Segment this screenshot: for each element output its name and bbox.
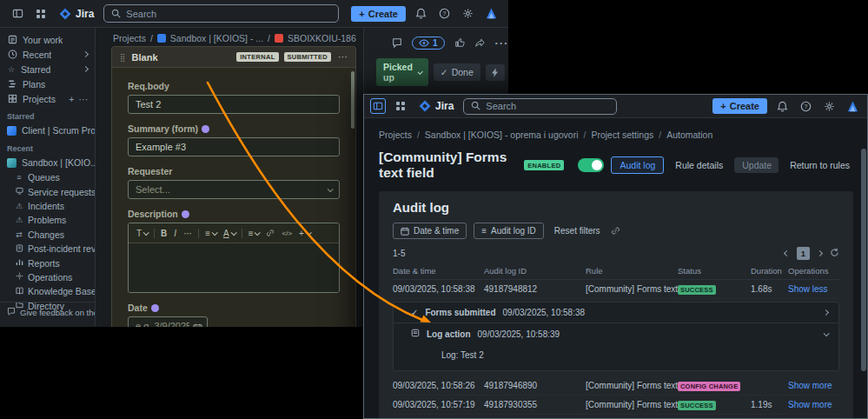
- sidebar-item-projects[interactable]: Projects + ⋯: [0, 91, 95, 106]
- give-feedback-button[interactable]: Give feedback on the ne...: [0, 302, 95, 322]
- breadcrumb: Projects/ Sandbox | [KOIOS] - oprema i u…: [364, 118, 867, 140]
- settings-gear-icon[interactable]: [820, 97, 838, 115]
- more-actions-icon[interactable]: ⋯: [494, 35, 508, 51]
- italic-button[interactable]: I: [171, 228, 179, 239]
- app-switcher-icon[interactable]: [32, 5, 50, 23]
- sidebar-item-queues[interactable]: ≡Queues: [0, 170, 95, 184]
- form-more-icon[interactable]: ⋯: [338, 51, 348, 63]
- done-button[interactable]: ✓ Done: [434, 63, 480, 81]
- watchers-button[interactable]: 1: [412, 37, 445, 50]
- audit-log-id-filter-button[interactable]: ≡ Audit log ID: [474, 223, 544, 239]
- prev-page-icon[interactable]: [784, 250, 790, 256]
- rule-enabled-toggle[interactable]: [578, 158, 604, 172]
- code-button[interactable]: </>: [279, 229, 295, 238]
- current-page[interactable]: 1: [797, 247, 810, 260]
- app-switcher-icon[interactable]: [392, 97, 409, 115]
- chevron-down-icon[interactable]: [824, 330, 830, 336]
- align-button[interactable]: ≡: [202, 228, 219, 239]
- next-page-icon[interactable]: [817, 250, 823, 256]
- sidebar-item-post-incident-reviews[interactable]: Post-incident reviews: [0, 242, 95, 256]
- audit-log-tab-button[interactable]: Audit log: [611, 156, 664, 174]
- breadcrumb-projects[interactable]: Projects: [113, 33, 146, 43]
- sidebar-item-starred[interactable]: ☆ Starred: [0, 62, 95, 76]
- add-project-icon[interactable]: +: [69, 94, 74, 104]
- issue-actions-icons: 1 ⋯: [376, 35, 500, 51]
- more-formatting-button[interactable]: ⋯: [181, 228, 195, 239]
- thumbs-up-icon[interactable]: [454, 36, 465, 51]
- jira-logo[interactable]: Jira: [419, 100, 454, 112]
- main-search[interactable]: [463, 98, 617, 115]
- sidebar-item-your-work[interactable]: Your work: [0, 32, 95, 47]
- jira-logo[interactable]: Jira: [59, 8, 94, 20]
- trigger-event-row[interactable]: ✓ Forms submitted 09/03/2025, 10:58:38: [394, 303, 838, 323]
- req-body-input[interactable]: [128, 95, 340, 114]
- breadcrumb-project[interactable]: Sandbox | [KOIOS] - oprema i ugovori: [425, 130, 579, 140]
- search-input[interactable]: [126, 9, 331, 19]
- return-to-rules-button[interactable]: Return to rules: [785, 157, 854, 173]
- audit-log-title: Audit log: [393, 200, 839, 215]
- link-button[interactable]: [263, 228, 277, 238]
- window-scrollbar[interactable]: [861, 149, 866, 371]
- jira-logo-text: Jira: [76, 8, 94, 20]
- sidebar-item-plans[interactable]: Plans: [0, 76, 95, 91]
- help-icon[interactable]: ?: [435, 5, 453, 23]
- profile-avatar[interactable]: [844, 97, 861, 115]
- calendar-icon[interactable]: [193, 321, 202, 327]
- sidebar-toggle-icon[interactable]: [370, 98, 386, 114]
- description-textarea[interactable]: [129, 243, 339, 292]
- bold-button[interactable]: B: [158, 228, 169, 239]
- sidebar-item-reports[interactable]: Reports: [0, 256, 95, 269]
- form-scrollbar[interactable]: [351, 71, 354, 129]
- settings-gear-icon[interactable]: [459, 5, 476, 23]
- update-split-button[interactable]: Update: [734, 157, 779, 173]
- breadcrumb-project[interactable]: Sandbox | [KOIOS] - ...: [170, 33, 263, 43]
- status-picked-up-button[interactable]: Picked up: [376, 58, 428, 86]
- show-more-link[interactable]: Show more: [788, 381, 832, 390]
- create-button[interactable]: + Create: [351, 6, 406, 22]
- share-icon[interactable]: [474, 36, 485, 51]
- create-button[interactable]: + Create: [712, 98, 767, 114]
- date-time-filter-button[interactable]: Date & time: [393, 223, 467, 239]
- sidebar-item-service-requests[interactable]: Service requests: [0, 184, 95, 198]
- profile-avatar[interactable]: [482, 5, 500, 23]
- requester-select[interactable]: Select...: [128, 180, 340, 199]
- show-more-link[interactable]: Show more: [788, 400, 832, 409]
- copy-link-icon[interactable]: [611, 223, 620, 239]
- update-button[interactable]: Update: [734, 157, 779, 173]
- sidebar-item-operations[interactable]: Operations: [0, 270, 95, 284]
- insert-button[interactable]: +: [296, 228, 313, 239]
- chevron-right-icon[interactable]: [823, 309, 829, 316]
- projects-more-icon[interactable]: ⋯: [79, 94, 89, 104]
- help-icon[interactable]: ?: [797, 97, 814, 115]
- log-action-row[interactable]: Log action 09/03/2025, 10:58:39: [394, 323, 838, 344]
- breadcrumb-project-settings[interactable]: Project settings: [591, 130, 653, 140]
- sidebar-toggle-icon[interactable]: [9, 5, 26, 23]
- search-input[interactable]: [486, 101, 609, 111]
- list-button[interactable]: ≡: [246, 228, 262, 239]
- service-requests-icon: [15, 187, 23, 196]
- sidebar-item-incidents[interactable]: ⚠Incidents: [0, 199, 95, 213]
- rule-details-button[interactable]: Rule details: [671, 157, 727, 173]
- sidebar-project-client-scrum[interactable]: Client | Scrum Project: [0, 123, 95, 138]
- calendar-icon: [401, 227, 409, 236]
- sidebar-item-changes[interactable]: ⇄Changes: [0, 228, 95, 242]
- automation-lightning-button[interactable]: [486, 64, 505, 81]
- breadcrumb-issue-key[interactable]: SBOIXKOIU-186: [288, 33, 356, 43]
- refresh-icon[interactable]: [830, 248, 839, 259]
- breadcrumb-automation[interactable]: Automation: [666, 130, 712, 140]
- left-search[interactable]: [103, 4, 339, 23]
- notifications-icon[interactable]: [412, 5, 429, 23]
- comment-icon[interactable]: [392, 36, 402, 51]
- text-style-button[interactable]: T: [134, 228, 150, 239]
- sidebar-item-problems[interactable]: ⚠Problems: [0, 213, 95, 227]
- sidebar-item-recent[interactable]: Recent: [0, 47, 95, 62]
- sidebar-project-sandbox[interactable]: Sandbox | [KOIO... ⋯: [0, 155, 95, 170]
- drag-handle-icon[interactable]: ⣿: [120, 53, 127, 62]
- show-less-link[interactable]: Show less: [788, 284, 828, 294]
- summary-input[interactable]: [128, 137, 340, 156]
- text-color-button[interactable]: A: [221, 228, 238, 239]
- sidebar-item-knowledge-base[interactable]: Knowledge Base: [0, 284, 95, 298]
- reset-filters-button[interactable]: Reset filters: [551, 223, 604, 238]
- breadcrumb-projects[interactable]: Projects: [379, 130, 412, 140]
- notifications-icon[interactable]: [773, 97, 791, 115]
